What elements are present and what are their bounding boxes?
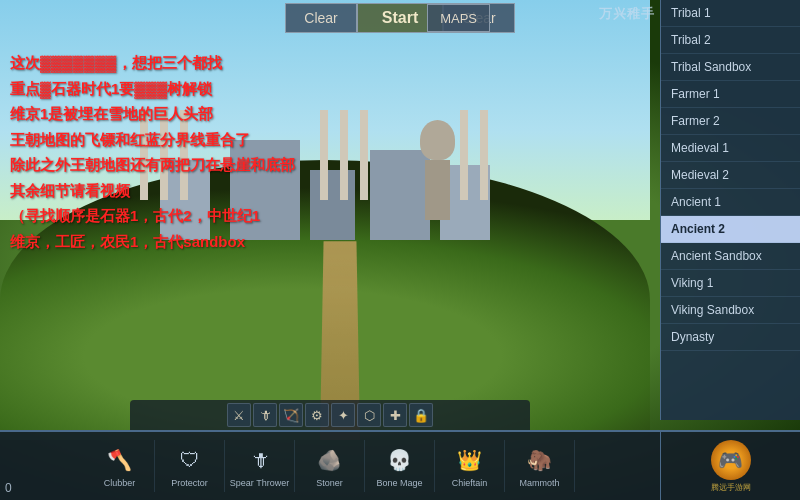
- column-7: [460, 110, 468, 200]
- overlay-text: 这次▓▓▓▓▓▓▓，想把三个都找 重点▓石器时代1要▓▓▓树解锁 维京1是被埋在…: [10, 50, 295, 254]
- maps-button[interactable]: MAPS: [427, 4, 490, 32]
- unit-stoner[interactable]: 🪨Stoner: [295, 440, 365, 492]
- mammoth-icon: 🦣: [524, 444, 556, 476]
- logo-area: 🎮 腾远手游网: [711, 440, 751, 493]
- spear_thrower-label: Spear Thrower: [230, 478, 289, 488]
- overlay-line-1: 这次▓▓▓▓▓▓▓，想把三个都找: [10, 50, 295, 76]
- unit-mammoth[interactable]: 🦣Mammoth: [505, 440, 575, 492]
- top-toolbar: Clear Start Clear MAPS: [0, 0, 800, 36]
- mammoth-label: Mammoth: [519, 478, 559, 488]
- map-item-viking_sandbox[interactable]: Viking Sandbox: [661, 297, 800, 324]
- statue: [420, 120, 455, 220]
- overlay-line-7: （寻找顺序是石器1，古代2，中世纪1: [10, 203, 295, 229]
- map-item-ancient_1[interactable]: Ancient 1: [661, 189, 800, 216]
- overlay-line-4: 王朝地图的飞镖和红蓝分界线重合了: [10, 127, 295, 153]
- column-6: [360, 110, 368, 200]
- chieftain-label: Chieftain: [452, 478, 488, 488]
- logo-icon: 🎮: [711, 440, 751, 480]
- sword-icon[interactable]: ⚔: [227, 403, 251, 427]
- stoner-label: Stoner: [316, 478, 343, 488]
- overlay-line-3: 维京1是被埋在雪地的巨人头部: [10, 101, 295, 127]
- statue-body: [425, 160, 450, 220]
- overlay-line-8: 维京，工匠，农民1，古代sandbox: [10, 229, 295, 255]
- bow-icon[interactable]: 🏹: [279, 403, 303, 427]
- map-item-farmer_1[interactable]: Farmer 1: [661, 81, 800, 108]
- zero-indicator: 0: [5, 481, 12, 495]
- gear-icon[interactable]: ⚙: [305, 403, 329, 427]
- unit-bone_mage[interactable]: 💀Bone Mage: [365, 440, 435, 492]
- bottom-toolbar: 🪓Clubber🛡Protector🗡Spear Thrower🪨Stoner💀…: [0, 430, 660, 500]
- map-items-container: Tribal 1Tribal 2Tribal SandboxFarmer 1Fa…: [661, 0, 800, 351]
- unit-clubber[interactable]: 🪓Clubber: [85, 440, 155, 492]
- unit-chieftain[interactable]: 👑Chieftain: [435, 440, 505, 492]
- star-icon[interactable]: ✦: [331, 403, 355, 427]
- stoner-icon: 🪨: [314, 444, 346, 476]
- unit-protector[interactable]: 🛡Protector: [155, 440, 225, 492]
- column-4: [320, 110, 328, 200]
- plus-icon[interactable]: ✚: [383, 403, 407, 427]
- column-5: [340, 110, 348, 200]
- map-item-dynasty[interactable]: Dynasty: [661, 324, 800, 351]
- statue-head: [420, 120, 455, 160]
- overlay-line-2: 重点▓石器时代1要▓▓▓树解锁: [10, 76, 295, 102]
- clubber-icon: 🪓: [104, 444, 136, 476]
- map-item-medieval_1[interactable]: Medieval 1: [661, 135, 800, 162]
- clubber-label: Clubber: [104, 478, 136, 488]
- map-item-ancient_2[interactable]: Ancient 2: [661, 216, 800, 243]
- map-list-panel: Tribal 1Tribal 2Tribal SandboxFarmer 1Fa…: [660, 0, 800, 420]
- overlay-line-6: 其余细节请看视频: [10, 178, 295, 204]
- map-item-medieval_2[interactable]: Medieval 2: [661, 162, 800, 189]
- overlay-line-5: 除此之外王朝地图还有两把刀在悬崖和底部: [10, 152, 295, 178]
- protector-label: Protector: [171, 478, 208, 488]
- bone_mage-icon: 💀: [384, 444, 416, 476]
- dagger-icon[interactable]: 🗡: [253, 403, 277, 427]
- hex-icon[interactable]: ⬡: [357, 403, 381, 427]
- protector-icon: 🛡: [174, 444, 206, 476]
- unit-spear_thrower[interactable]: 🗡Spear Thrower: [225, 440, 295, 492]
- map-item-farmer_2[interactable]: Farmer 2: [661, 108, 800, 135]
- clear-left-button[interactable]: Clear: [285, 3, 356, 33]
- chieftain-icon: 👑: [454, 444, 486, 476]
- map-item-tribal_sandbox[interactable]: Tribal Sandbox: [661, 54, 800, 81]
- lock-icon[interactable]: 🔒: [409, 403, 433, 427]
- map-item-ancient_sandbox[interactable]: Ancient Sandbox: [661, 243, 800, 270]
- action-icons-row: ⚔🗡🏹⚙✦⬡✚🔒: [130, 400, 530, 430]
- bottom-right-logo: 🎮 腾远手游网: [660, 430, 800, 500]
- map-item-viking_1[interactable]: Viking 1: [661, 270, 800, 297]
- bone_mage-label: Bone Mage: [376, 478, 422, 488]
- logo-text: 腾远手游网: [711, 482, 751, 493]
- spear_thrower-icon: 🗡: [244, 444, 276, 476]
- column-8: [480, 110, 488, 200]
